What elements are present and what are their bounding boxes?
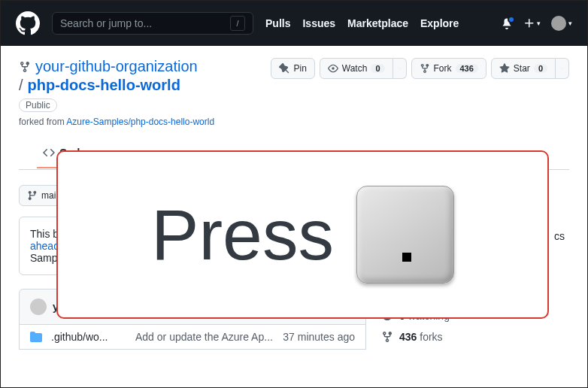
pin-button[interactable]: Pin: [271, 58, 314, 79]
notifications-button[interactable]: [501, 17, 513, 29]
repo-forked-icon: [19, 61, 31, 73]
caret-down-icon: ▾: [398, 65, 402, 72]
fork-count: 436: [456, 64, 478, 73]
commit-avatar[interactable]: [30, 299, 47, 315]
org-link[interactable]: your-github-organization: [35, 58, 198, 75]
forked-from: forked from Azure-Samples/php-docs-hello…: [19, 117, 214, 127]
star-dropdown[interactable]: ▾: [556, 58, 569, 79]
caret-down-icon: ▾: [560, 65, 564, 72]
notification-indicator: [508, 16, 515, 23]
period-key-icon: [356, 186, 454, 283]
nav-pulls[interactable]: Pulls: [265, 17, 290, 29]
star-count: 0: [534, 64, 547, 73]
watch-button[interactable]: Watch 0: [320, 58, 393, 79]
caret-down-icon: ▾: [537, 20, 541, 27]
press-label: Press: [151, 194, 334, 276]
caret-down-icon: ▾: [568, 20, 572, 27]
code-icon: [43, 147, 55, 159]
avatar: [551, 16, 566, 31]
eye-icon: [328, 63, 338, 74]
file-commit-msg[interactable]: Add or update the Azure Ap...: [135, 331, 274, 343]
file-time: 37 minutes ago: [283, 331, 355, 343]
primary-nav: Pulls Issues Marketplace Explore: [265, 17, 459, 29]
file-row[interactable]: .github/wo... Add or update the Azure Ap…: [19, 325, 366, 350]
instruction-overlay: Press: [56, 150, 549, 319]
star-button[interactable]: Star 0: [491, 58, 556, 79]
visibility-badge: Public: [19, 99, 57, 112]
slash-key-hint: /: [230, 16, 245, 31]
forks-stat[interactable]: 436 forks: [381, 331, 569, 343]
star-icon: [499, 63, 510, 74]
ahead-link[interactable]: ahead: [30, 240, 59, 252]
fork-icon: [420, 63, 430, 74]
watch-count: 0: [371, 64, 384, 73]
fork-button[interactable]: Fork 436: [411, 58, 486, 79]
folder-icon: [30, 331, 42, 343]
nav-marketplace[interactable]: Marketplace: [347, 17, 408, 29]
repo-title: your-github-organization: [19, 58, 214, 75]
nav-explore[interactable]: Explore: [420, 17, 459, 29]
file-name[interactable]: .github/wo...: [51, 331, 126, 343]
global-header: Search or jump to... / Pulls Issues Mark…: [1, 1, 587, 46]
fork-icon: [381, 331, 393, 343]
repo-actions: Pin Watch 0 ▾ Fork 436 Star 0: [271, 58, 569, 79]
github-logo[interactable]: [16, 11, 40, 35]
nav-issues[interactable]: Issues: [302, 17, 335, 29]
branch-icon: [27, 190, 38, 201]
repo-link[interactable]: php-docs-hello-world: [28, 77, 180, 94]
fork-source-link[interactable]: Azure-Samples/php-docs-hello-world: [66, 117, 214, 127]
path-separator: /: [19, 77, 23, 94]
watch-dropdown[interactable]: ▾: [393, 58, 407, 79]
search-input[interactable]: Search or jump to... /: [52, 12, 253, 35]
search-placeholder: Search or jump to...: [60, 17, 152, 29]
pin-icon: [279, 63, 289, 74]
create-menu[interactable]: ▾: [523, 17, 541, 29]
user-menu[interactable]: ▾: [551, 16, 572, 31]
